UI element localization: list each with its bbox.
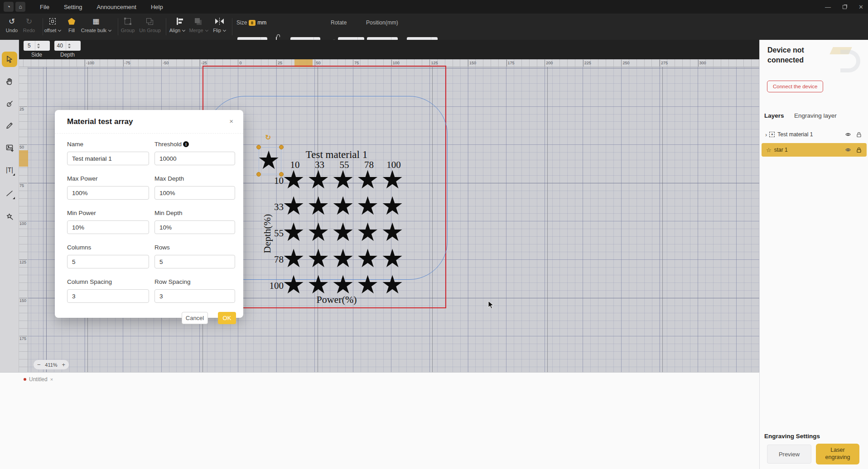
ruler-tick-label: 200: [545, 60, 553, 67]
restore-icon[interactable]: [843, 5, 847, 9]
threshold-field: Threshold!: [154, 141, 235, 165]
side-spinner[interactable]: [35, 41, 50, 51]
vertical-ruler[interactable]: 255075100125150175: [19, 67, 28, 372]
line-tool[interactable]: [2, 186, 17, 201]
row-spacing-input[interactable]: [154, 289, 235, 303]
text-tool[interactable]: |T|: [2, 162, 17, 177]
pan-tool[interactable]: [2, 74, 17, 89]
tab-close-icon[interactable]: ×: [50, 377, 53, 382]
menu-announcement[interactable]: Announcement: [96, 4, 136, 10]
selection-handle[interactable]: [279, 172, 284, 177]
zoom-in-button[interactable]: +: [62, 362, 65, 368]
zoom-out-button[interactable]: −: [37, 362, 41, 368]
rotate-label: Rotate: [331, 19, 347, 26]
selection-box[interactable]: [259, 147, 281, 174]
depth-label: Depth: [54, 52, 81, 58]
lock-icon[interactable]: [856, 147, 862, 153]
layer-row-star[interactable]: ☆ star 1: [762, 143, 867, 157]
side-field[interactable]: 5: [24, 41, 50, 51]
threshold-input[interactable]: [154, 152, 235, 165]
dialog-close-icon[interactable]: ×: [229, 118, 233, 124]
undo-button[interactable]: ↺ Undo: [4, 16, 20, 33]
flip-button[interactable]: Flip: [209, 16, 229, 33]
cancel-button[interactable]: Cancel: [182, 312, 208, 324]
size-label: Size mm: [236, 19, 266, 26]
group-icon: [125, 16, 131, 26]
ruler-tick-label: 275: [660, 60, 668, 67]
node-edit-tool[interactable]: [2, 96, 17, 111]
preview-button[interactable]: Preview: [767, 445, 811, 464]
bottom-bar: Untitled ×: [0, 372, 759, 469]
selection-handle[interactable]: [279, 145, 284, 149]
connect-device-button[interactable]: Connect the device: [767, 81, 823, 92]
redo-button[interactable]: ↻ Redo: [21, 16, 37, 33]
tab-engraving-layer[interactable]: Engraving layer: [794, 112, 837, 119]
unit-badge-icon[interactable]: [249, 20, 256, 26]
menu-setting[interactable]: Setting: [64, 4, 82, 10]
app-window: ◔ ⌂ File Setting Announcement Help — ✕ ↺…: [0, 0, 868, 469]
unsaved-dot-icon: [24, 378, 26, 381]
image-tool[interactable]: [2, 140, 17, 155]
ok-button[interactable]: OK: [218, 312, 236, 324]
align-button[interactable]: Align: [166, 16, 188, 33]
expand-chevron-icon[interactable]: ›: [765, 131, 767, 138]
max-power-input[interactable]: [67, 186, 149, 200]
create-bulk-button[interactable]: ▦ Create bulk: [80, 16, 112, 33]
min-depth-input[interactable]: [154, 220, 235, 234]
lock-icon[interactable]: [856, 132, 862, 138]
ruler-tick-label: -100: [85, 60, 94, 67]
ruler-tick-label: 225: [583, 60, 591, 67]
rotate-handle-icon[interactable]: ↻: [265, 133, 271, 142]
offset-button[interactable]: offset: [42, 16, 63, 33]
group-button[interactable]: Group: [118, 16, 138, 33]
name-input[interactable]: [67, 152, 149, 165]
zoom-control: − 411% +: [34, 360, 69, 369]
column-spacing-field: Column Spacing: [67, 278, 149, 303]
home-icon[interactable]: ⌂: [15, 2, 25, 12]
max-depth-input[interactable]: [154, 186, 235, 200]
column-spacing-input[interactable]: [67, 289, 149, 303]
visibility-icon[interactable]: [845, 147, 851, 153]
depth-spinner[interactable]: [66, 41, 81, 51]
menu-help[interactable]: Help: [151, 4, 163, 10]
merge-button[interactable]: Merge: [187, 16, 210, 33]
line-icon: [5, 189, 14, 198]
info-icon[interactable]: !: [183, 141, 189, 147]
rows-field: Rows: [154, 244, 235, 268]
fill-button[interactable]: Fill: [63, 16, 81, 33]
tab-layers[interactable]: Layers: [764, 112, 784, 119]
select-tool[interactable]: [2, 52, 17, 67]
pencil-icon: [5, 121, 14, 130]
ruler-tick-label: 50: [19, 144, 27, 149]
mouse-cursor: [488, 301, 495, 310]
visibility-icon[interactable]: [845, 132, 851, 137]
rows-input[interactable]: [154, 255, 235, 268]
laser-engraving-button[interactable]: Laser engraving: [816, 444, 859, 464]
position-label: Position(mm): [366, 19, 398, 26]
fill-icon: [68, 16, 75, 26]
min-power-input[interactable]: [67, 220, 149, 234]
selection-handle[interactable]: [256, 172, 261, 177]
app-logo-icon[interactable]: ◔: [4, 2, 14, 12]
merge-icon: [196, 16, 201, 26]
menu-file[interactable]: File: [40, 4, 49, 10]
close-icon[interactable]: ✕: [858, 4, 863, 10]
row-spacing-field: Row Spacing: [154, 278, 235, 303]
pencil-tool[interactable]: [2, 118, 17, 133]
shape-tool[interactable]: [2, 209, 17, 225]
depth-field[interactable]: 40: [54, 41, 81, 51]
columns-field: Columns: [67, 244, 149, 268]
columns-input[interactable]: [67, 255, 149, 268]
ruler-tick-label: 25: [19, 106, 27, 111]
node-edit-icon: [5, 99, 14, 108]
minimize-icon[interactable]: —: [825, 4, 831, 10]
text-tool-icon: |T|: [6, 166, 13, 173]
document-tab[interactable]: Untitled ×: [24, 376, 53, 383]
ruler-tick-label: 175: [19, 336, 27, 341]
material-test-array-dialog: Material test array × Name Threshold! Ma…: [55, 110, 243, 318]
ruler-tick-label: -75: [123, 60, 130, 67]
title-bar: ◔ ⌂ File Setting Announcement Help — ✕: [0, 0, 868, 14]
ungroup-button[interactable]: Un Group: [137, 16, 163, 33]
selection-handle[interactable]: [256, 145, 261, 149]
layer-row-test-material[interactable]: › ★ Test material 1: [762, 129, 867, 140]
